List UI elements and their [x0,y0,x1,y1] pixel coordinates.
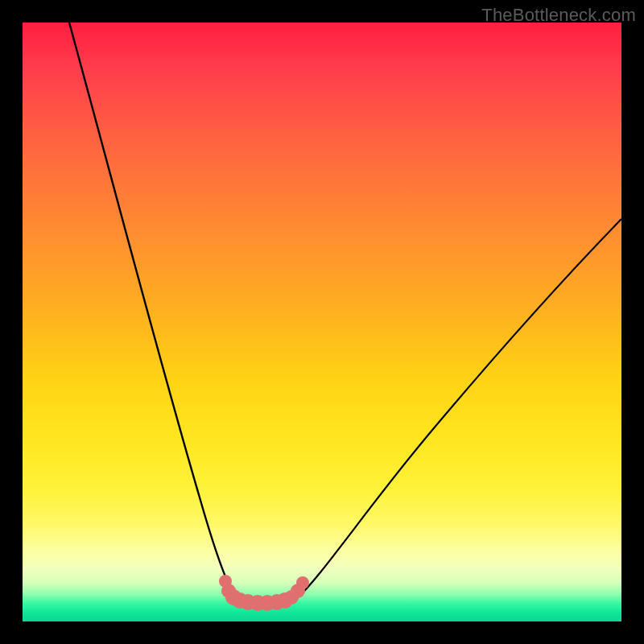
marker-dot [296,576,309,589]
curve-left-branch [69,23,237,599]
chart-frame: TheBottleneck.com [0,0,644,644]
valley-markers [219,575,309,611]
curve-layer [23,23,621,621]
curve-right-branch [296,219,621,599]
plot-area [23,23,621,621]
watermark-label: TheBottleneck.com [481,5,636,26]
